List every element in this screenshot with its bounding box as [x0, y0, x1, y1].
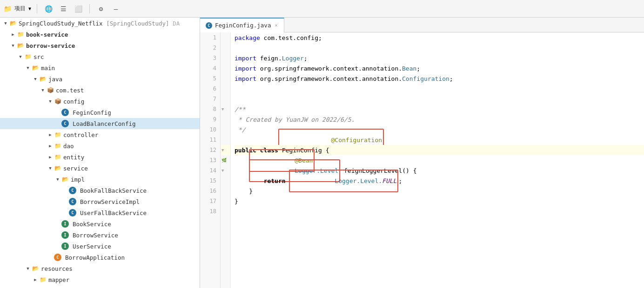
sidebar-item-dao[interactable]: ▶ 📁 dao — [0, 140, 200, 151]
src-arrow[interactable]: ▼ — [17, 53, 24, 60]
root-module-name: [SpringCloudStudy] — [106, 20, 169, 27]
list-alt-button[interactable]: ⬜ — [73, 3, 84, 14]
comment-start: /** — [235, 106, 245, 113]
line-num-8: 8 — [200, 104, 220, 114]
gutter-5 — [221, 73, 230, 84]
code-area[interactable]: package com.test.config; import feign.Lo… — [231, 33, 644, 288]
keyword-import-1: import — [235, 55, 256, 62]
tree-root[interactable]: ▼ 📂 SpringCloudStudy_Netflix [SpringClou… — [0, 18, 200, 29]
mapper-arrow[interactable]: ▶ — [32, 276, 39, 283]
sidebar-item-borrow-service[interactable]: ▼ 📂 borrow-service — [0, 40, 200, 51]
resources-folder-icon: 📂 — [32, 265, 39, 272]
fold-icon-12[interactable]: ▼ — [221, 145, 224, 155]
sidebar-item-src[interactable]: ▼ 📁 src — [0, 51, 200, 62]
config-label: config — [63, 98, 84, 105]
code-editor[interactable]: 1 2 3 4 5 6 7 8 9 10 11 12 13 14 15 16 1… — [200, 33, 644, 288]
borrowapp-label: BorrowApplication — [65, 254, 125, 261]
borrowservice-label: BorrowService — [73, 232, 118, 239]
toolbar-left: 📁 项目 ▼ — [4, 5, 31, 13]
bookservice-label: BookService — [73, 221, 111, 228]
gutter-2 — [221, 43, 230, 53]
line-num-3: 3 — [200, 53, 220, 63]
dropdown-arrow-icon[interactable]: ▼ — [28, 6, 31, 11]
sidebar-item-userservice[interactable]: I UserService — [0, 241, 200, 252]
gutter-7 — [221, 94, 230, 104]
root-suffix: DA — [173, 20, 180, 27]
sidebar-item-bookservice[interactable]: I BookService — [0, 218, 200, 229]
annotation-configuration: @Configuration — [331, 137, 382, 144]
bookfallback-label: BookFallBackService — [80, 187, 147, 194]
gear-button[interactable]: ⚙ — [95, 3, 107, 14]
resources-arrow[interactable]: ▼ — [24, 265, 32, 272]
java-arrow[interactable]: ▼ — [32, 75, 39, 83]
fegin-config-spacer — [54, 109, 61, 116]
toolbar-divider2 — [89, 4, 90, 13]
gutter-15 — [221, 176, 230, 186]
bookfallback-spacer — [61, 187, 69, 194]
line-num-2: 2 — [200, 43, 220, 53]
book-service-arrow[interactable]: ▶ — [9, 31, 17, 38]
main-arrow[interactable]: ▼ — [24, 64, 32, 72]
sidebar-item-controller[interactable]: ▶ 📁 controller — [0, 129, 200, 140]
borrowimpl-class-icon: C — [69, 198, 76, 205]
sidebar-item-loadbalancer-config[interactable]: C LoadBalancerConfig — [0, 118, 200, 129]
impl-arrow[interactable]: ▼ — [54, 176, 61, 183]
sidebar-item-config[interactable]: ▼ 📦 config — [0, 96, 200, 107]
sidebar-item-resources[interactable]: ▼ 📂 resources — [0, 263, 200, 274]
sidebar-item-service[interactable]: ▼ 📂 service — [0, 163, 200, 174]
brace-open-12: { — [326, 147, 329, 154]
controller-arrow[interactable]: ▶ — [47, 131, 54, 138]
sidebar-item-book-service[interactable]: ▶ 📁 book-service — [0, 29, 200, 40]
dao-folder-icon: 📁 — [54, 142, 61, 150]
sidebar-item-bookfallback[interactable]: C BookFallBackService — [0, 185, 200, 196]
config-arrow[interactable]: ▼ — [47, 98, 54, 105]
controller-folder-icon: 📁 — [54, 131, 61, 138]
sidebar-item-impl[interactable]: ▼ 📂 impl — [0, 174, 200, 185]
java-folder-icon: 📂 — [39, 75, 47, 83]
code-line-7 — [235, 94, 644, 104]
indent-14 — [235, 167, 249, 174]
sidebar-item-entity[interactable]: ▶ 📁 entity — [0, 151, 200, 163]
line-num-12: 12 — [200, 145, 220, 155]
fold-icon-14[interactable]: ▼ — [221, 165, 224, 176]
minus-button[interactable]: — — [110, 3, 121, 14]
fold-icon-8[interactable]: ▼ — [221, 104, 224, 114]
indent-13 — [235, 157, 249, 164]
brace-close-16: } — [249, 188, 253, 195]
globe-button[interactable]: 🌐 — [43, 3, 54, 14]
sidebar-item-userfallback[interactable]: C UserFallBackService — [0, 207, 200, 218]
sidebar-item-borrowservice[interactable]: I BorrowService — [0, 229, 200, 241]
code-line-4: import org.springframework.context.annot… — [235, 63, 644, 73]
sidebar-item-borrowserviceimpl[interactable]: C BorrowServiceImpl — [0, 196, 200, 207]
sidebar-item-main[interactable]: ▼ 📂 main — [0, 62, 200, 73]
sidebar-item-fegin-config[interactable]: C FeginConfig — [0, 107, 200, 118]
tab-feginconfig[interactable]: C FeginConfig.java × — [200, 18, 284, 33]
service-arrow[interactable]: ▼ — [47, 164, 54, 172]
com-test-arrow[interactable]: ▼ — [39, 86, 47, 94]
sidebar-item-com-test[interactable]: ▼ 📦 com.test — [0, 85, 200, 96]
sidebar-item-mapper[interactable]: ▶ 📁 mapper — [0, 274, 200, 285]
gutter-8: ▼ — [221, 104, 230, 114]
keyword-return-15: return — [264, 177, 289, 184]
gutter-18 — [221, 206, 230, 216]
borrow-service-arrow[interactable]: ▼ — [9, 42, 17, 49]
list-button[interactable]: ☰ — [58, 3, 69, 14]
import-3-class: Configuration — [402, 75, 449, 82]
root-arrow[interactable]: ▼ — [2, 20, 9, 27]
entity-arrow[interactable]: ▶ — [47, 153, 54, 161]
import-2-class: Bean — [402, 65, 416, 72]
sidebar-item-java[interactable]: ▼ 📂 java — [0, 73, 200, 85]
code-line-6 — [235, 84, 644, 94]
dao-arrow[interactable]: ▶ — [47, 142, 54, 150]
import-3: org.springframework.context.annotation. — [256, 75, 402, 82]
line-num-14: 14 — [200, 165, 220, 176]
borrow-service-label: borrow-service — [26, 42, 75, 49]
com-test-label: com.test — [56, 87, 84, 94]
borrowimpl-spacer — [61, 198, 69, 205]
sidebar-item-borrowapplication[interactable]: C BorrowApplication — [0, 252, 200, 263]
line-num-11: 11 — [200, 135, 220, 145]
bean-gutter-icon: 🌿 — [221, 155, 227, 165]
tab-close-button[interactable]: × — [274, 22, 278, 28]
toolbar-title: 项目 — [14, 5, 26, 13]
userfallback-class-icon: C — [69, 209, 76, 216]
